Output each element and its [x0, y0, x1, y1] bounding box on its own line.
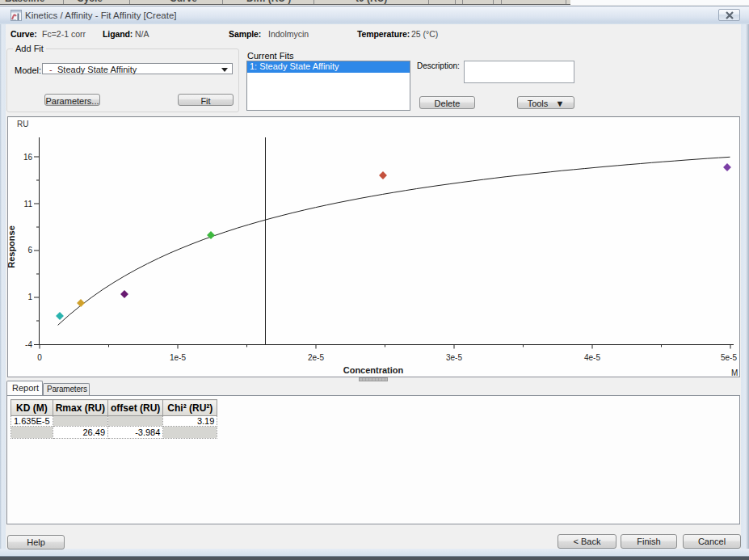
svg-text:1e-5: 1e-5 — [170, 353, 186, 362]
svg-text:Concentration: Concentration — [343, 365, 404, 375]
svg-text:2e-5: 2e-5 — [308, 353, 324, 362]
svg-text:RU: RU — [17, 120, 28, 128]
svg-text:0: 0 — [37, 353, 42, 362]
svg-text:-4: -4 — [25, 340, 32, 349]
svg-text:4e-5: 4e-5 — [584, 353, 600, 362]
svg-text:Response: Response — [8, 225, 16, 268]
svg-text:16: 16 — [23, 153, 33, 162]
svg-text:5e-5: 5e-5 — [721, 353, 737, 362]
svg-text:3e-5: 3e-5 — [446, 353, 462, 362]
svg-text:11: 11 — [24, 200, 33, 208]
svg-text:M: M — [731, 368, 738, 377]
svg-text:1: 1 — [27, 293, 32, 301]
svg-text:6: 6 — [27, 246, 32, 255]
